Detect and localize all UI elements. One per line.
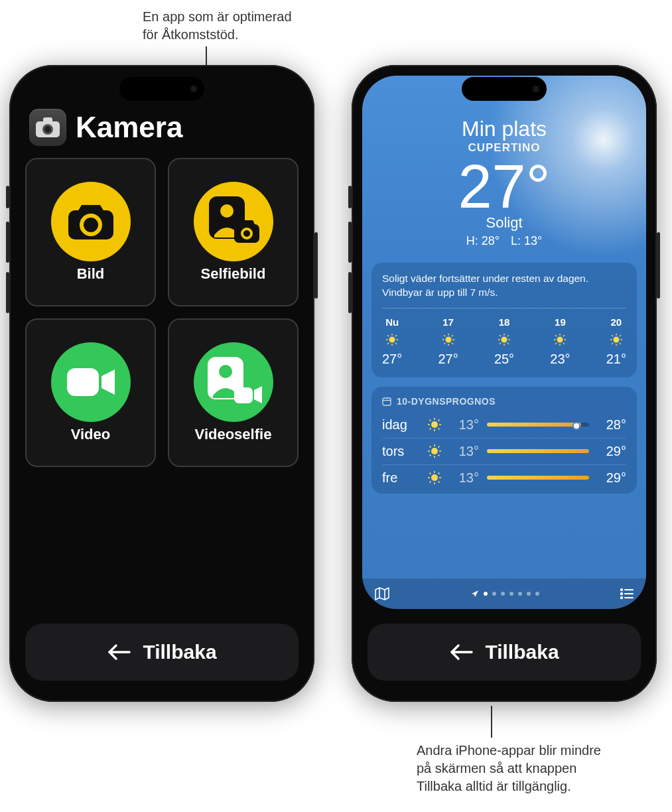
side-button [657, 232, 660, 299]
hour-item[interactable]: Nu 27° [382, 316, 402, 367]
weather-low: L: 13° [511, 234, 542, 247]
side-button [348, 222, 352, 263]
tile-photo-label: Bild [77, 265, 105, 283]
hour-time: 20 [611, 316, 622, 328]
tile-video[interactable]: Video [25, 318, 156, 467]
svg-line-68 [438, 429, 440, 430]
temp-range-bar [487, 449, 589, 453]
ten-day-list: idag 13° 28° tors 13° 29° [382, 412, 626, 491]
hour-item[interactable]: 20 21° [606, 316, 626, 367]
svg-line-69 [438, 420, 440, 421]
svg-rect-1 [43, 117, 52, 123]
svg-point-33 [502, 336, 507, 342]
day-low: 13° [452, 417, 479, 433]
svg-line-23 [387, 343, 389, 344]
sun-icon [427, 444, 444, 458]
side-button [348, 272, 352, 313]
sun-icon [427, 417, 444, 432]
tile-videoselfie[interactable]: Videoselfie [168, 318, 299, 467]
svg-line-70 [430, 429, 431, 430]
list-icon[interactable] [620, 588, 634, 600]
hour-temp: 23° [550, 352, 570, 367]
tile-videoselfie-label: Videoselfie [195, 426, 272, 443]
page-dots[interactable] [471, 590, 539, 598]
hour-time: 18 [499, 316, 510, 328]
day-high: 29° [597, 444, 626, 459]
calendar-icon [382, 397, 391, 406]
sun-icon [553, 333, 567, 346]
svg-line-32 [444, 343, 445, 344]
hour-item[interactable]: 19 23° [550, 316, 570, 367]
side-button [6, 186, 9, 208]
hour-temp: 21° [606, 352, 626, 367]
svg-line-20 [387, 335, 389, 336]
camera-icon [51, 182, 131, 261]
day-row[interactable]: fre 13° 29° [382, 464, 626, 491]
ten-day-title-text: 10-DYGNSPROGNOS [397, 396, 496, 407]
weather-my-location: Min plats [362, 117, 646, 141]
back-button-left[interactable]: Tillbaka [25, 624, 299, 681]
temp-range-bar [487, 476, 589, 480]
side-button [6, 222, 9, 263]
tile-selfie[interactable]: Selfiebild [168, 158, 299, 306]
svg-rect-10 [67, 368, 99, 396]
hour-item[interactable]: 18 25° [494, 316, 514, 367]
hour-item[interactable]: 17 27° [438, 316, 458, 367]
weather-summary: Soligt väder fortsätter under resten av … [382, 272, 626, 308]
dynamic-island [462, 77, 547, 101]
ten-day-title: 10-DYGNSPROGNOS [382, 396, 626, 407]
svg-line-50 [556, 343, 557, 344]
svg-line-87 [438, 473, 440, 474]
hour-temp: 27° [382, 352, 402, 367]
hour-time: 17 [442, 316, 454, 328]
side-button [314, 232, 318, 299]
svg-line-21 [395, 343, 397, 344]
hourly-forecast-card[interactable]: Soligt väder fortsätter under resten av … [371, 263, 637, 377]
callout-line [491, 706, 492, 738]
svg-point-93 [621, 593, 622, 594]
day-row[interactable]: tors 13° 29° [382, 438, 626, 464]
svg-line-29 [444, 335, 445, 336]
svg-line-31 [452, 335, 453, 336]
camera-app-icon [29, 109, 66, 146]
side-button [6, 272, 9, 313]
callout-top: En app som är optimerad för Åtkomststöd. [143, 8, 355, 44]
page-dot [509, 592, 513, 596]
back-button-right-label: Tillbaka [485, 641, 559, 663]
camera-header: Kamera [29, 109, 295, 146]
back-button-right[interactable]: Tillbaka [368, 624, 641, 681]
videoselfie-icon [194, 342, 273, 422]
svg-point-15 [389, 336, 395, 342]
page-dot [501, 592, 505, 596]
page-dot [535, 592, 539, 596]
svg-point-62 [431, 421, 438, 428]
ten-day-card[interactable]: 10-DYGNSPROGNOS idag 13° 28° tors 13° [371, 387, 637, 494]
svg-line-58 [620, 335, 621, 336]
weather-city: CUPERTINO [362, 141, 646, 155]
day-low: 13° [452, 470, 479, 486]
svg-line-88 [430, 482, 431, 483]
page-dot [527, 592, 531, 596]
arrow-left-icon [449, 643, 473, 661]
side-button [348, 186, 352, 208]
svg-rect-13 [234, 387, 253, 403]
hourly-row[interactable]: Nu 27° 17 27° 18 25° 19 23° [382, 316, 626, 367]
svg-point-95 [621, 597, 622, 598]
tile-photo[interactable]: Bild [25, 158, 156, 306]
svg-line-41 [500, 343, 501, 344]
hour-time: Nu [385, 316, 399, 328]
weather-condition: Soligt [362, 214, 646, 232]
sun-icon [498, 333, 511, 346]
day-name: idag [382, 417, 419, 433]
phone-frame-right: Min plats CUPERTINO 27° Soligt H: 28° L:… [352, 65, 657, 702]
dynamic-island [119, 77, 204, 101]
temp-range-bar [487, 423, 589, 427]
hour-temp: 25° [494, 352, 514, 367]
day-high: 28° [597, 417, 626, 433]
svg-point-51 [613, 336, 619, 342]
svg-point-12 [219, 365, 232, 378]
arrow-left-icon [107, 643, 131, 661]
day-row[interactable]: idag 13° 28° [382, 412, 626, 438]
map-icon[interactable] [374, 586, 390, 601]
svg-point-24 [445, 336, 451, 342]
